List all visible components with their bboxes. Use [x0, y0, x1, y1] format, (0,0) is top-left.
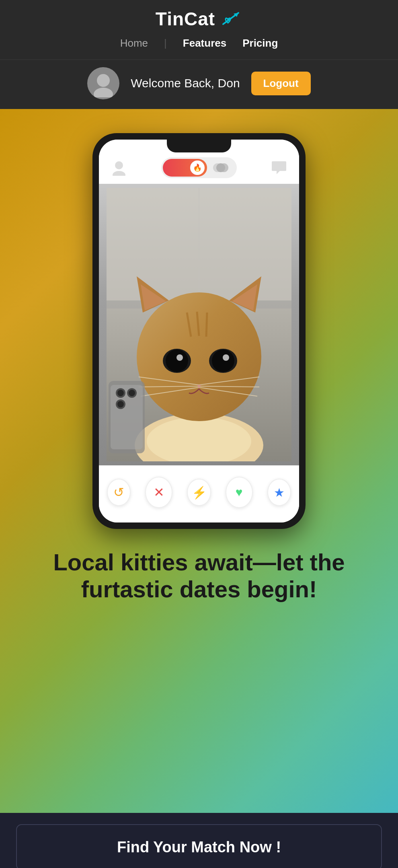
svg-point-15 [137, 292, 261, 421]
nav-features[interactable]: Features [183, 37, 226, 49]
welcome-text: Welcome Back, Don [131, 76, 240, 90]
avatar [87, 67, 119, 99]
logo-row: TinCat [0, 8, 398, 30]
hero-tagline: Local kitties await—let the furtastic da… [18, 549, 380, 603]
svg-point-43 [117, 401, 124, 407]
logo-icon [219, 9, 242, 29]
svg-point-8 [216, 163, 225, 172]
profile-icon[interactable] [111, 160, 127, 176]
nav-pricing[interactable]: Pricing [242, 37, 278, 49]
dislike-button[interactable]: ✕ [145, 477, 172, 508]
header: TinCat Home | Features Pricing [0, 0, 398, 60]
svg-point-4 [115, 161, 123, 169]
svg-rect-11 [107, 188, 291, 300]
action-buttons: ↺ ✕ ⚡ ♥ ★ [99, 465, 299, 522]
cta-section: Find Your Match Now ! [0, 813, 398, 868]
svg-point-3 [94, 88, 113, 97]
cat-illustration [107, 188, 291, 461]
toggle-container[interactable]: 🔥 [161, 157, 237, 178]
main-nav: Home | Features Pricing [0, 37, 398, 49]
user-bar: Welcome Back, Don Logout [0, 60, 398, 109]
svg-line-22 [206, 313, 207, 337]
toggle-group-icon [207, 159, 235, 177]
super-like-button[interactable]: ★ [267, 479, 291, 506]
logout-button[interactable]: Logout [251, 72, 311, 95]
cat-image-area [99, 184, 299, 465]
svg-point-24 [166, 350, 188, 372]
svg-point-5 [113, 171, 125, 176]
like-button[interactable]: ♥ [226, 477, 253, 508]
svg-point-41 [129, 390, 135, 396]
cta-button[interactable]: Find Your Match Now ! [16, 824, 382, 868]
boost-button[interactable]: ⚡ [187, 479, 211, 506]
logo-text: TinCat [156, 8, 215, 30]
svg-point-27 [212, 350, 234, 372]
chat-icon[interactable] [271, 160, 287, 176]
svg-point-25 [176, 354, 183, 361]
svg-point-39 [117, 390, 124, 396]
toggle-knob: 🔥 [190, 160, 205, 175]
undo-button[interactable]: ↺ [107, 479, 131, 506]
nav-home[interactable]: Home [120, 37, 148, 49]
svg-rect-37 [111, 385, 143, 449]
phone-mockup: 🔥 [92, 133, 306, 529]
nav-divider-1: | [164, 37, 167, 49]
svg-point-2 [97, 74, 110, 87]
phone-inner: 🔥 [99, 140, 299, 522]
toggle-switch[interactable]: 🔥 [163, 159, 207, 177]
hero-section: 🔥 [0, 109, 398, 813]
svg-point-28 [223, 354, 229, 361]
phone-notch [167, 140, 231, 152]
